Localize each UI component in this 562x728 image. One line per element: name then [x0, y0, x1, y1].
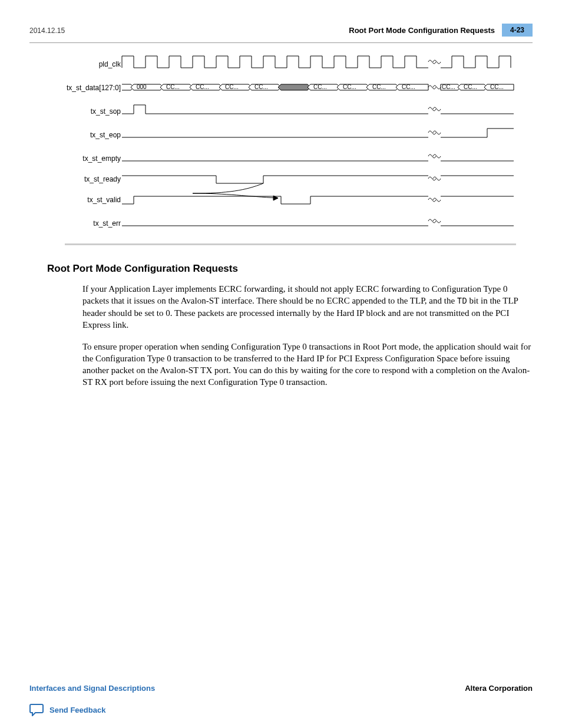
signal-label-tx-st-sop: tx_st_sop — [91, 107, 121, 116]
send-feedback-link[interactable]: Send Feedback — [29, 703, 105, 716]
data-val-9: CC... — [442, 84, 455, 90]
data-val-8: CC... — [402, 84, 415, 90]
signal-label-tx-st-ready: tx_st_ready — [84, 175, 121, 183]
paragraph-2: To ensure proper operation when sending … — [82, 341, 536, 388]
waveform-tx-st-valid — [122, 196, 514, 204]
waveform-tx-st-ready — [122, 176, 514, 183]
signal-label-pld-clk: pld_clk — [99, 60, 121, 68]
data-val-7: CC... — [372, 84, 386, 90]
waveform-tx-st-sop — [122, 105, 514, 114]
waveform-tx-st-err — [122, 219, 514, 226]
ready-to-valid-arrow — [193, 183, 278, 200]
signal-label-tx-st-data: tx_st_data[127:0] — [67, 84, 121, 92]
data-val-11: CC... — [490, 84, 504, 90]
waveform-pld-clk — [122, 56, 511, 68]
send-feedback-label: Send Feedback — [49, 706, 105, 714]
page-footer: Interfaces and Signal Descriptions Alter… — [29, 684, 533, 693]
data-val-4: CC... — [254, 84, 268, 90]
diagram-bottom-border — [65, 243, 516, 245]
header-section-title: Root Port Mode Configuration Requests — [349, 26, 495, 35]
header-date: 2014.12.15 — [29, 27, 65, 35]
para1-part-a: If your Application Layer implements ECR… — [82, 284, 508, 305]
signal-label-tx-st-empty: tx_st_empty — [82, 154, 121, 163]
signal-label-tx-st-valid: tx_st_valid — [87, 196, 121, 204]
signal-label-tx-st-err: tx_st_err — [93, 219, 121, 228]
data-val-2: CC... — [196, 84, 209, 90]
paragraph-1: If your Application Layer implements ECR… — [82, 283, 536, 331]
page-header: 2014.12.15 Root Port Mode Configuration … — [29, 24, 533, 37]
signal-label-tx-st-eop: tx_st_eop — [90, 131, 121, 139]
waveform-tx-st-eop — [122, 129, 514, 137]
waveform-tx-st-empty — [122, 154, 514, 161]
data-val-10: CC... — [464, 84, 477, 90]
footer-company: Altera Corporation — [465, 684, 533, 693]
data-val-3: CC... — [225, 84, 239, 90]
page-container: 2014.12.15 Root Port Mode Configuration … — [0, 0, 562, 728]
section-heading: Root Port Mode Configuration Requests — [47, 263, 533, 275]
timing-diagram: pld_clk tx_st_data[127:0] tx_st_sop tx_s… — [45, 49, 517, 232]
footer-chapter-link[interactable]: Interfaces and Signal Descriptions — [29, 684, 155, 693]
data-val-0: 000 — [137, 84, 147, 90]
para1-td-code: TD — [457, 297, 467, 306]
data-val-6: CC... — [343, 84, 356, 90]
comment-icon — [29, 703, 44, 716]
data-val-1: CC... — [166, 84, 180, 90]
header-right: Root Port Mode Configuration Requests 4-… — [349, 24, 533, 37]
page-number-badge: 4-23 — [502, 24, 533, 37]
data-val-5: CC... — [313, 84, 327, 90]
header-divider — [29, 42, 533, 43]
